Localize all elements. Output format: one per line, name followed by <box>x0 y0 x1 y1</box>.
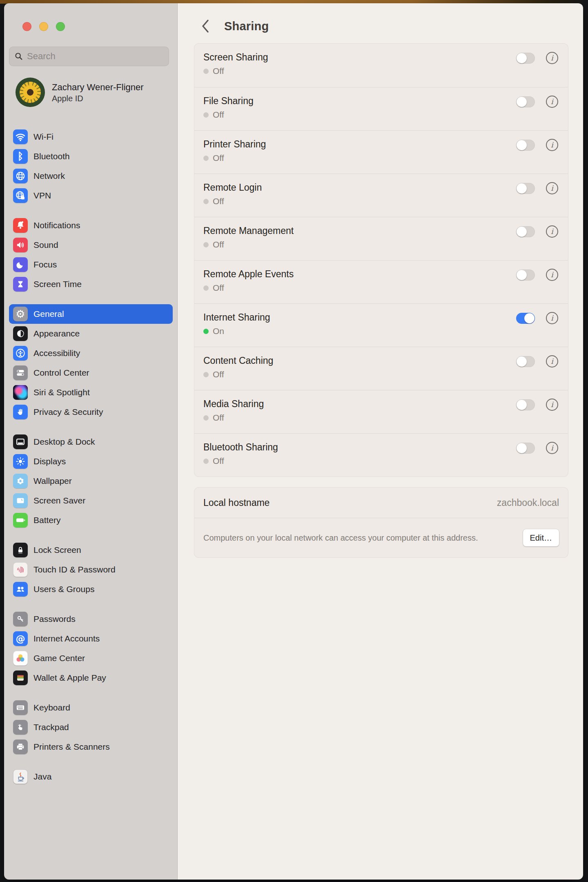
row-controls: i <box>516 399 558 411</box>
sidebar-item-desktop-and-dock[interactable]: Desktop & Dock <box>9 432 173 452</box>
sharing-row-title: Printer Sharing <box>203 138 559 151</box>
java-icon <box>13 769 28 784</box>
sharing-row-title: Media Sharing <box>203 397 559 410</box>
sharing-row-screen-sharing: Screen SharingOffi <box>194 44 568 87</box>
sidebar-item-printers-and-scanners[interactable]: Printers & Scanners <box>9 737 173 757</box>
avatar <box>16 78 45 107</box>
bluetooth-sharing-toggle[interactable] <box>516 443 535 454</box>
info-icon[interactable]: i <box>546 182 558 194</box>
sidebar-item-notifications[interactable]: Notifications <box>9 216 173 235</box>
media-sharing-toggle[interactable] <box>516 399 535 410</box>
sidebar-item-keyboard[interactable]: Keyboard <box>9 698 173 717</box>
sidebar-item-focus[interactable]: Focus <box>9 255 173 274</box>
sidebar-group: Wi-FiᛒBluetoothNetworkVPN <box>9 127 173 205</box>
status-text: Off <box>213 240 224 249</box>
sidebar-item-wallpaper[interactable]: Wallpaper <box>9 471 173 491</box>
sidebar-group: Desktop & DockDisplaysWallpaperScreen Sa… <box>9 432 173 530</box>
sidebar-item-appearance[interactable]: Appearance <box>9 324 173 343</box>
remote-management-toggle[interactable] <box>516 226 535 237</box>
appearance-icon <box>13 326 28 341</box>
info-icon[interactable]: i <box>546 269 558 281</box>
sidebar-item-label: Java <box>33 772 51 782</box>
zoom-button[interactable] <box>56 22 65 31</box>
sidebar-item-accessibility[interactable]: Accessibility <box>9 343 173 363</box>
traffic-lights <box>22 22 65 31</box>
file-sharing-toggle[interactable] <box>516 96 535 107</box>
sidebar-item-label: Notifications <box>33 220 80 230</box>
row-controls: i <box>516 312 558 324</box>
sidebar-item-wallet-and-apple-pay[interactable]: Wallet & Apple Pay <box>9 668 173 688</box>
sidebar-item-label: General <box>33 309 64 319</box>
trackpad-icon <box>13 720 28 735</box>
sharing-row-remote-management: Remote ManagementOffi <box>194 217 568 260</box>
sidebar-item-screen-time[interactable]: Screen Time <box>9 274 173 294</box>
status-dot <box>203 329 209 334</box>
sharing-row-internet-sharing: Internet SharingOni <box>194 303 568 347</box>
back-button[interactable] <box>198 18 213 34</box>
sidebar-item-general[interactable]: ⚙General <box>9 304 173 324</box>
search-input[interactable]: Search <box>9 47 169 66</box>
accessibility-icon <box>13 346 28 361</box>
minimize-button[interactable] <box>39 22 48 31</box>
status-dot <box>203 372 209 377</box>
sidebar-item-java[interactable]: Java <box>9 767 173 786</box>
keyboard-icon <box>13 700 28 715</box>
remote-login-toggle[interactable] <box>516 183 535 194</box>
status-text: Off <box>213 456 224 466</box>
sidebar-item-displays[interactable]: Displays <box>9 452 173 471</box>
sharing-row-status: Off <box>203 153 559 163</box>
content-caching-toggle[interactable] <box>516 356 535 367</box>
info-icon[interactable]: i <box>546 355 558 368</box>
sidebar-item-lock-screen[interactable]: Lock Screen <box>9 540 173 560</box>
sidebar-item-label: Sound <box>33 240 58 250</box>
sidebar-item-privacy-and-security[interactable]: Privacy & Security <box>9 402 173 422</box>
status-dot <box>203 459 209 464</box>
sidebar-item-label: Screen Time <box>33 279 82 289</box>
sidebar-nav: Wi-FiᛒBluetoothNetworkVPNNotificationsSo… <box>9 127 173 797</box>
sidebar-group: Lock ScreenTouch ID & PasswordUsers & Gr… <box>9 540 173 599</box>
info-icon[interactable]: i <box>546 312 558 324</box>
sharing-row-status: Off <box>203 240 559 249</box>
sidebar-item-touch-id-and-password[interactable]: Touch ID & Password <box>9 560 173 579</box>
screen-sharing-toggle[interactable] <box>516 53 535 64</box>
users-groups-icon <box>13 582 28 597</box>
info-icon[interactable]: i <box>546 52 558 64</box>
sharing-row-title: Content Caching <box>203 354 559 367</box>
sidebar-item-network[interactable]: Network <box>9 166 173 186</box>
system-settings-window: Search Zachary Wener-Fligner Apple ID Wi… <box>4 3 583 880</box>
info-icon[interactable]: i <box>546 225 558 238</box>
search-icon <box>14 52 23 61</box>
edit-hostname-button[interactable]: Edit… <box>523 529 559 546</box>
sidebar-item-internet-accounts[interactable]: @Internet Accounts <box>9 629 173 648</box>
info-icon[interactable]: i <box>546 442 558 454</box>
sidebar-item-siri-and-spotlight[interactable]: Siri & Spotlight <box>9 383 173 402</box>
remote-apple-events-toggle[interactable] <box>516 270 535 281</box>
sidebar-item-vpn[interactable]: VPN <box>9 186 173 205</box>
info-icon[interactable]: i <box>546 96 558 108</box>
sidebar-item-users-and-groups[interactable]: Users & Groups <box>9 579 173 599</box>
sidebar-item-trackpad[interactable]: Trackpad <box>9 717 173 737</box>
sidebar-item-sound[interactable]: Sound <box>9 235 173 255</box>
sidebar-item-label: Wallet & Apple Pay <box>33 673 106 683</box>
apple-id-row[interactable]: Zachary Wener-Fligner Apple ID <box>16 76 171 109</box>
close-button[interactable] <box>22 22 31 31</box>
internet-sharing-toggle[interactable] <box>516 313 535 324</box>
info-icon[interactable]: i <box>546 139 558 151</box>
sidebar-item-bluetooth[interactable]: ᛒBluetooth <box>9 147 173 166</box>
sidebar-item-screen-saver[interactable]: Screen Saver <box>9 491 173 510</box>
sidebar-item-label: Displays <box>33 457 66 466</box>
touch-id-icon <box>13 562 28 577</box>
profile-subtitle: Apple ID <box>52 93 144 104</box>
sidebar-item-battery[interactable]: Battery <box>9 510 173 530</box>
info-icon[interactable]: i <box>546 399 558 411</box>
sharing-row-status: Off <box>203 283 559 293</box>
sidebar-item-game-center[interactable]: Game Center <box>9 648 173 668</box>
sidebar-item-passwords[interactable]: Passwords <box>9 609 173 629</box>
sidebar-item-control-center[interactable]: Control Center <box>9 363 173 383</box>
sidebar-group: Java <box>9 767 173 786</box>
sidebar-item-wi-fi[interactable]: Wi-Fi <box>9 127 173 147</box>
sharing-row-title: Remote Login <box>203 181 559 194</box>
printers-icon <box>13 739 28 754</box>
sidebar-item-label: Siri & Spotlight <box>33 388 90 397</box>
printer-sharing-toggle[interactable] <box>516 140 535 151</box>
